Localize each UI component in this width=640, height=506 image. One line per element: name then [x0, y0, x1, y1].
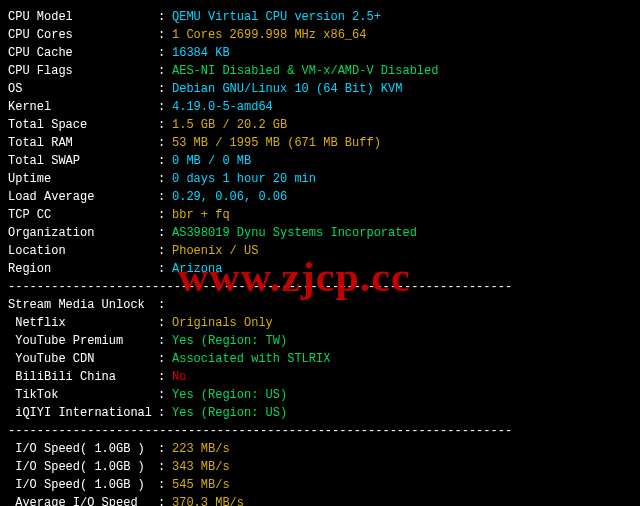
sysinfo-value: AES-NI Disabled & VM-x/AMD-V Disabled — [172, 62, 438, 80]
stream-row: BiliBili China:No — [8, 368, 632, 386]
colon: : — [158, 44, 172, 62]
stream-label: BiliBili China — [8, 368, 158, 386]
colon: : — [158, 386, 172, 404]
colon: : — [158, 494, 172, 506]
stream-label: TikTok — [8, 386, 158, 404]
sysinfo-value: Debian GNU/Linux 10 (64 Bit) KVM — [172, 80, 402, 98]
sysinfo-row: CPU Model:QEMU Virtual CPU version 2.5+ — [8, 8, 632, 26]
io-row: Average I/O Speed:370.3 MB/s — [8, 494, 632, 506]
sysinfo-row: Total Space:1.5 GB / 20.2 GB — [8, 116, 632, 134]
sysinfo-value: 53 MB / 1995 MB (671 MB Buff) — [172, 134, 381, 152]
colon: : — [158, 224, 172, 242]
sysinfo-label: Total RAM — [8, 134, 158, 152]
sysinfo-row: Uptime:0 days 1 hour 20 min — [8, 170, 632, 188]
sysinfo-value: 16384 KB — [172, 44, 230, 62]
sysinfo-row: CPU Cache:16384 KB — [8, 44, 632, 62]
io-label: I/O Speed( 1.0GB ) — [8, 440, 158, 458]
sysinfo-row: Region:Arizona — [8, 260, 632, 278]
colon: : — [158, 98, 172, 116]
sysinfo-row: Organization:AS398019 Dynu Systems Incor… — [8, 224, 632, 242]
sysinfo-label: CPU Cache — [8, 44, 158, 62]
stream-value: No — [172, 368, 186, 386]
sysinfo-label: Organization — [8, 224, 158, 242]
sysinfo-value: AS398019 Dynu Systems Incorporated — [172, 224, 417, 242]
sysinfo-value: Arizona — [172, 260, 222, 278]
divider: ----------------------------------------… — [8, 422, 632, 440]
sysinfo-value: 0 days 1 hour 20 min — [172, 170, 316, 188]
stream-row: YouTube Premium:Yes (Region: TW) — [8, 332, 632, 350]
sysinfo-label: Total Space — [8, 116, 158, 134]
colon: : — [158, 368, 172, 386]
terminal-output: CPU Model:QEMU Virtual CPU version 2.5+C… — [8, 8, 632, 506]
sysinfo-row: Total SWAP:0 MB / 0 MB — [8, 152, 632, 170]
stream-label: iQIYI International — [8, 404, 158, 422]
colon: : — [158, 8, 172, 26]
io-value: 223 MB/s — [172, 440, 230, 458]
sysinfo-value: 0 MB / 0 MB — [172, 152, 251, 170]
divider: ----------------------------------------… — [8, 278, 632, 296]
sysinfo-value: 1.5 GB / 20.2 GB — [172, 116, 287, 134]
colon: : — [158, 62, 172, 80]
io-value: 545 MB/s — [172, 476, 230, 494]
sysinfo-label: CPU Cores — [8, 26, 158, 44]
io-value: 343 MB/s — [172, 458, 230, 476]
sysinfo-label: CPU Flags — [8, 62, 158, 80]
sysinfo-value: QEMU Virtual CPU version 2.5+ — [172, 8, 381, 26]
colon: : — [158, 440, 172, 458]
sysinfo-row: CPU Flags:AES-NI Disabled & VM-x/AMD-V D… — [8, 62, 632, 80]
colon: : — [158, 260, 172, 278]
sysinfo-label: Uptime — [8, 170, 158, 188]
sysinfo-value: Phoenix / US — [172, 242, 258, 260]
stream-header: Stream Media Unlock — [8, 296, 158, 314]
stream-label: YouTube CDN — [8, 350, 158, 368]
io-value: 370.3 MB/s — [172, 494, 244, 506]
stream-row: Netflix:Originals Only — [8, 314, 632, 332]
io-row: I/O Speed( 1.0GB ):545 MB/s — [8, 476, 632, 494]
sysinfo-label: CPU Model — [8, 8, 158, 26]
colon: : — [158, 26, 172, 44]
sysinfo-label: OS — [8, 80, 158, 98]
colon: : — [158, 116, 172, 134]
sysinfo-value: bbr + fq — [172, 206, 230, 224]
sysinfo-row: OS:Debian GNU/Linux 10 (64 Bit) KVM — [8, 80, 632, 98]
stream-value: Yes (Region: US) — [172, 386, 287, 404]
stream-row: TikTok:Yes (Region: US) — [8, 386, 632, 404]
sysinfo-row: Total RAM:53 MB / 1995 MB (671 MB Buff) — [8, 134, 632, 152]
colon: : — [158, 350, 172, 368]
stream-value: Yes (Region: TW) — [172, 332, 287, 350]
colon: : — [158, 242, 172, 260]
stream-row: YouTube CDN:Associated with STLRIX — [8, 350, 632, 368]
sysinfo-row: Load Average:0.29, 0.06, 0.06 — [8, 188, 632, 206]
colon: : — [158, 152, 172, 170]
io-label: Average I/O Speed — [8, 494, 158, 506]
sysinfo-row: Kernel:4.19.0-5-amd64 — [8, 98, 632, 116]
sysinfo-row: CPU Cores:1 Cores 2699.998 MHz x86_64 — [8, 26, 632, 44]
stream-label: Netflix — [8, 314, 158, 332]
sysinfo-label: Load Average — [8, 188, 158, 206]
sysinfo-label: Location — [8, 242, 158, 260]
stream-row: iQIYI International:Yes (Region: US) — [8, 404, 632, 422]
stream-value: Associated with STLRIX — [172, 350, 330, 368]
sysinfo-label: Total SWAP — [8, 152, 158, 170]
stream-value: Yes (Region: US) — [172, 404, 287, 422]
io-row: I/O Speed( 1.0GB ):223 MB/s — [8, 440, 632, 458]
sysinfo-row: Location:Phoenix / US — [8, 242, 632, 260]
colon: : — [158, 314, 172, 332]
io-row: I/O Speed( 1.0GB ):343 MB/s — [8, 458, 632, 476]
colon: : — [158, 206, 172, 224]
stream-label: YouTube Premium — [8, 332, 158, 350]
colon: : — [158, 458, 172, 476]
io-label: I/O Speed( 1.0GB ) — [8, 458, 158, 476]
sysinfo-value: 0.29, 0.06, 0.06 — [172, 188, 287, 206]
sysinfo-label: Kernel — [8, 98, 158, 116]
io-label: I/O Speed( 1.0GB ) — [8, 476, 158, 494]
sysinfo-row: TCP CC:bbr + fq — [8, 206, 632, 224]
sysinfo-value: 4.19.0-5-amd64 — [172, 98, 273, 116]
colon: : — [158, 80, 172, 98]
colon: : — [158, 332, 172, 350]
stream-value: Originals Only — [172, 314, 273, 332]
colon: : — [158, 134, 172, 152]
sysinfo-label: Region — [8, 260, 158, 278]
colon: : — [158, 404, 172, 422]
colon: : — [158, 188, 172, 206]
